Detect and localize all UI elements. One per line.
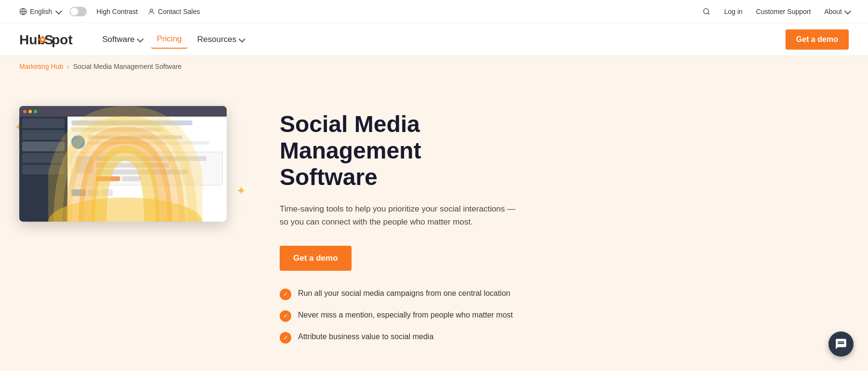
contact-sales-label: Contact Sales — [158, 8, 200, 15]
resources-chevron-icon — [238, 38, 243, 41]
top-bar-left: English High Contrast Contact Sales — [19, 7, 200, 16]
software-label: Software — [102, 35, 135, 44]
sparkle-decoration-2: ✦ — [236, 184, 246, 198]
feature-item-1: ✓ Run all your social media campaigns fr… — [280, 288, 521, 300]
resources-label: Resources — [197, 35, 236, 44]
pricing-label: Pricing — [157, 34, 182, 44]
login-link[interactable]: Log in — [724, 8, 743, 15]
feature-item-3: ✓ Attribute business value to social med… — [280, 331, 521, 344]
about-label: About — [824, 8, 842, 15]
breadcrumb-separator: › — [67, 63, 69, 70]
top-bar-right: Log in Customer Support About — [702, 7, 849, 16]
nav-left: Hub S pot Software Pricing Resources — [19, 30, 249, 49]
language-label: English — [30, 8, 52, 15]
breadcrumb: Marketing Hub › Social Media Management … — [0, 56, 868, 77]
nav-pricing[interactable]: Pricing — [151, 30, 188, 49]
toggle-knob — [70, 8, 78, 15]
svg-rect-11 — [44, 39, 46, 40]
chat-button[interactable] — [828, 331, 854, 357]
hero-title: Social Media Management Software — [280, 111, 521, 191]
feature-text-1: Run all your social media campaigns from… — [298, 288, 510, 299]
hero-section: ✦ — [0, 77, 868, 371]
feature-text-2: Never miss a mention, especially from pe… — [298, 310, 513, 320]
nav-links: Software Pricing Resources — [96, 30, 249, 49]
hero-image-area: ✦ — [19, 106, 241, 222]
check-icon-2: ✓ — [280, 310, 291, 322]
breadcrumb-parent[interactable]: Marketing Hub — [19, 63, 63, 70]
globe-icon — [19, 8, 27, 15]
contact-sales-link[interactable]: Contact Sales — [148, 8, 200, 15]
svg-rect-9 — [42, 41, 43, 43]
feature-list: ✓ Run all your social media campaigns fr… — [280, 288, 521, 344]
person-icon — [148, 8, 155, 15]
software-chevron-icon — [136, 38, 141, 41]
chat-icon — [835, 338, 847, 350]
search-icon — [702, 7, 711, 16]
feature-item-2: ✓ Never miss a mention, especially from … — [280, 310, 521, 322]
nav-resources[interactable]: Resources — [191, 31, 249, 48]
hero-subtitle: Time-saving tools to help you prioritize… — [280, 202, 521, 228]
check-icon-3: ✓ — [280, 332, 291, 344]
language-chevron-icon — [55, 10, 60, 13]
about-chevron-icon — [844, 10, 849, 13]
svg-point-2 — [704, 9, 709, 14]
svg-point-1 — [150, 9, 152, 11]
breadcrumb-current: Social Media Management Software — [73, 63, 182, 70]
hubspot-logo[interactable]: Hub S pot — [19, 31, 77, 48]
high-contrast-label: High Contrast — [96, 8, 138, 15]
about-menu[interactable]: About — [824, 8, 849, 15]
logo-svg: Hub S pot — [19, 31, 77, 48]
search-button[interactable] — [702, 7, 711, 16]
high-contrast-toggle[interactable] — [69, 7, 87, 16]
get-demo-hero-button[interactable]: Get a demo — [280, 246, 352, 271]
feature-text-3: Attribute business value to social media — [298, 331, 434, 342]
svg-rect-8 — [42, 36, 43, 38]
svg-point-7 — [41, 38, 44, 40]
main-nav: Hub S pot Software Pricing Resources — [0, 23, 868, 56]
language-selector[interactable]: English — [19, 8, 60, 15]
top-bar: English High Contrast Contact Sales Log … — [0, 0, 868, 23]
arch-decoration — [48, 77, 203, 222]
hero-content: Social Media Management Software Time-sa… — [280, 106, 521, 344]
svg-text:pot: pot — [52, 32, 73, 47]
check-icon-1: ✓ — [280, 289, 291, 300]
svg-rect-10 — [39, 39, 41, 40]
nav-software[interactable]: Software — [96, 31, 147, 48]
get-demo-nav-button[interactable]: Get a demo — [786, 29, 849, 50]
customer-support-link[interactable]: Customer Support — [756, 8, 811, 15]
